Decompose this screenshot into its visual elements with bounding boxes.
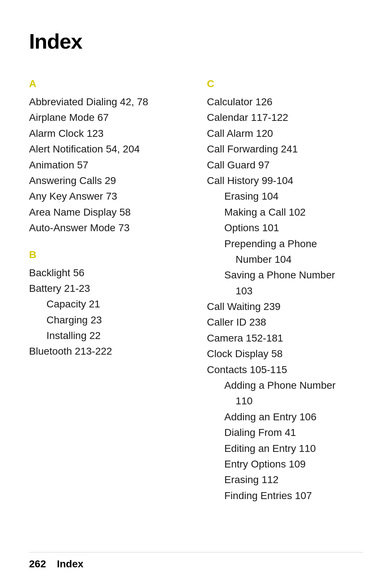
list-item: Abbreviated Dialing 42, 78 — [29, 94, 185, 110]
list-item: Calendar 117-122 — [207, 110, 363, 125]
list-item: Alarm Clock 123 — [29, 126, 185, 141]
list-item: Alert Notification 54, 204 — [29, 141, 185, 157]
letter-c: C — [207, 78, 363, 90]
list-item: Camera 152-181 — [207, 330, 363, 346]
footer-section-title: Index — [57, 558, 83, 570]
section-a: A Abbreviated Dialing 42, 78 Airplane Mo… — [29, 78, 185, 236]
list-item: Adding a Phone Number 110 — [207, 377, 363, 409]
section-b: B Backlight 56 Battery 21-23 Capacity 21… — [29, 249, 185, 359]
list-item: Auto-Answer Mode 73 — [29, 220, 185, 236]
list-item: Contacts 105-115 — [207, 362, 363, 377]
list-item: Battery 21-23 — [29, 281, 185, 296]
list-item: Prepending a Phone Number 104 — [207, 236, 363, 268]
list-item: Dialing From 41 — [207, 425, 363, 440]
list-item: Adding an Entry 106 — [207, 409, 363, 425]
list-item: Making a Call 102 — [207, 204, 363, 220]
list-item: Airplane Mode 67 — [29, 110, 185, 125]
list-item: Any Key Answer 73 — [29, 188, 185, 204]
footer-page-number: 262 — [29, 558, 46, 570]
list-item: Call History 99-104 — [207, 173, 363, 188]
list-item: Options 101 — [207, 220, 363, 236]
list-item: Answering Calls 29 — [29, 173, 185, 188]
list-item: Saving a Phone Number 103 — [207, 267, 363, 299]
right-column: C Calculator 126 Calendar 117-122 Call A… — [207, 75, 363, 559]
section-c: C Calculator 126 Calendar 117-122 Call A… — [207, 78, 363, 503]
letter-a: A — [29, 78, 185, 90]
list-item: Erasing 112 — [207, 472, 363, 487]
page-container: Index A Abbreviated Dialing 42, 78 Airpl… — [0, 0, 392, 588]
page-title: Index — [29, 29, 363, 53]
columns-wrapper: A Abbreviated Dialing 42, 78 Airplane Mo… — [29, 75, 363, 559]
list-item: Editing an Entry 110 — [207, 441, 363, 456]
list-item: Installing 22 — [29, 328, 185, 343]
list-item: Erasing 104 — [207, 188, 363, 204]
list-item: Call Guard 97 — [207, 157, 363, 173]
letter-b: B — [29, 249, 185, 261]
left-column: A Abbreviated Dialing 42, 78 Airplane Mo… — [29, 75, 185, 559]
list-item: Capacity 21 — [29, 296, 185, 312]
list-item: Area Name Display 58 — [29, 204, 185, 220]
list-item: Bluetooth 213-222 — [29, 343, 185, 359]
list-item: Call Forwarding 241 — [207, 141, 363, 157]
list-item: Call Waiting 239 — [207, 299, 363, 314]
list-item: Clock Display 58 — [207, 346, 363, 362]
list-item: Backlight 56 — [29, 265, 185, 281]
list-item: Calculator 126 — [207, 94, 363, 110]
list-item: Animation 57 — [29, 157, 185, 173]
list-item: Call Alarm 120 — [207, 126, 363, 141]
list-item: Entry Options 109 — [207, 456, 363, 472]
list-item: Finding Entries 107 — [207, 488, 363, 503]
list-item: Caller ID 238 — [207, 314, 363, 330]
list-item: Charging 23 — [29, 312, 185, 328]
page-footer: 262 Index — [29, 552, 363, 570]
